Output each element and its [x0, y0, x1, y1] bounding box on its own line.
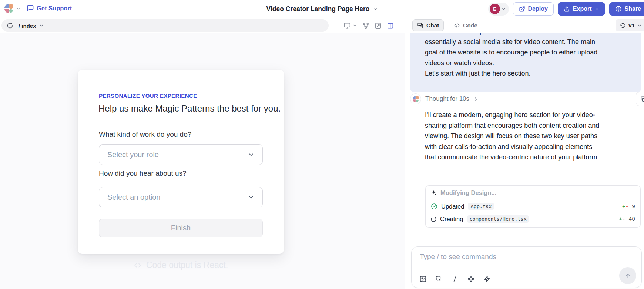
hear-about-select[interactable]: Select an option — [99, 187, 263, 207]
chat-input-container — [411, 246, 642, 288]
chevron-down-icon — [373, 7, 378, 11]
slash-command-icon[interactable] — [451, 275, 459, 283]
route-selector[interactable]: / index — [19, 23, 44, 29]
chevron-down-icon — [637, 23, 642, 28]
role-select-placeholder: Select your role — [107, 150, 248, 159]
chevron-down-icon — [353, 23, 357, 28]
modal-eyebrow: PERSONALIZE YOUR EXPERIENCE — [99, 93, 197, 99]
code-icon — [454, 22, 460, 29]
spinner-icon — [430, 216, 437, 223]
question-work-label: What kind of work do you do? — [99, 130, 191, 139]
select-element-icon[interactable] — [435, 275, 443, 283]
chat-bubble-icon — [27, 4, 34, 12]
chat-panel: that lets creators upload and share thei… — [405, 33, 644, 289]
url-bar[interactable]: / index — [1, 19, 329, 32]
external-link-icon — [519, 6, 525, 12]
code-output-watermark: Code output is React. — [0, 260, 362, 270]
personalize-modal: PERSONALIZE YOUR EXPERIENCE Help us make… — [78, 70, 284, 254]
chevron-down-icon — [595, 7, 599, 11]
get-support-link[interactable]: Get Support — [27, 4, 72, 12]
diff-stat: +- 40 — [619, 216, 635, 222]
chevron-right-icon — [473, 97, 478, 102]
file-chip: App.tsx — [468, 203, 494, 210]
chevron-down-icon — [39, 23, 44, 28]
toolbar-divider — [337, 21, 337, 30]
preview-panel: PERSONALIZE YOUR EXPERIENCE Help us make… — [0, 33, 405, 289]
tool-row-creating[interactable]: Creating components/Hero.tsx +- 40 — [426, 213, 640, 225]
copy-message-button[interactable] — [636, 92, 644, 106]
tool-row-status: Creating — [440, 216, 463, 223]
assistant-avatar — [410, 93, 421, 104]
check-circle-icon — [431, 203, 437, 210]
diff-stat: +- 9 — [622, 203, 635, 209]
device-selector[interactable] — [343, 22, 357, 29]
role-select[interactable]: Select your role — [99, 144, 263, 165]
version-selector[interactable]: v1 — [616, 19, 644, 31]
thought-toggle[interactable]: Thought for 10s — [410, 93, 478, 104]
globe-icon — [615, 6, 622, 12]
magic-patterns-logo-icon — [412, 96, 419, 103]
avatar: E — [490, 4, 500, 14]
copy-icon — [640, 96, 644, 102]
image-attach-icon[interactable] — [419, 275, 427, 283]
tab-chat[interactable]: Chat — [412, 19, 444, 31]
hear-select-placeholder: Select an option — [107, 193, 248, 202]
account-menu[interactable]: E — [488, 3, 509, 16]
split-view-icon[interactable] — [387, 22, 394, 29]
modal-title: Help us make Magic Patterns the best for… — [98, 103, 281, 114]
tool-row-updated[interactable]: Updated App.tsx +- 9 — [426, 200, 640, 213]
tool-card-header: Modifying Design... — [440, 189, 496, 196]
project-title-menu[interactable]: Video Creator Landing Page Hero — [266, 0, 378, 18]
chevron-down-icon — [248, 194, 254, 200]
question-hear-label: How did you hear about us? — [99, 169, 187, 177]
chat-bubbles-icon — [417, 22, 423, 29]
history-icon — [620, 23, 626, 29]
monitor-icon — [343, 22, 351, 29]
chevron-down-icon — [502, 7, 506, 11]
upload-icon — [564, 6, 570, 12]
finish-button[interactable]: Finish — [99, 219, 263, 237]
send-button[interactable] — [619, 267, 636, 284]
chat-input[interactable] — [420, 253, 612, 261]
thought-label: Thought for 10s — [425, 95, 469, 103]
sparkle-icon — [431, 190, 437, 196]
assistant-message-text: I'll create a modern, engaging hero sect… — [425, 110, 634, 163]
arrow-up-icon — [624, 272, 631, 279]
chat-toolbar: Chat Code v1 — [405, 18, 644, 33]
user-message-text: that lets creators upload and share thei… — [425, 26, 627, 79]
chevron-down-icon[interactable] — [16, 6, 21, 11]
export-button[interactable]: Export — [558, 2, 605, 16]
preview-toolbar: / index Chat Code v1 — [0, 18, 644, 33]
components-icon[interactable] — [467, 275, 475, 283]
tool-activity-card: Modifying Design... Updated App.tsx +- 9… — [425, 185, 641, 228]
component-tree-icon[interactable] — [362, 22, 369, 29]
magic-patterns-logo[interactable] — [4, 3, 14, 14]
tool-row-status: Updated — [441, 203, 464, 210]
open-in-new-tab-icon[interactable] — [375, 22, 382, 29]
project-title: Video Creator Landing Page Hero — [266, 5, 370, 13]
deploy-button[interactable]: Deploy — [513, 2, 554, 16]
file-chip: components/Hero.tsx — [467, 215, 529, 223]
zap-icon[interactable] — [483, 275, 491, 283]
refresh-icon[interactable] — [7, 22, 13, 29]
code-icon — [134, 261, 142, 269]
share-button[interactable]: Share — [609, 2, 644, 16]
app-header: Get Support Video Creator Landing Page H… — [0, 0, 644, 18]
tab-code[interactable]: Code — [450, 19, 481, 31]
chevron-down-icon — [248, 152, 254, 158]
